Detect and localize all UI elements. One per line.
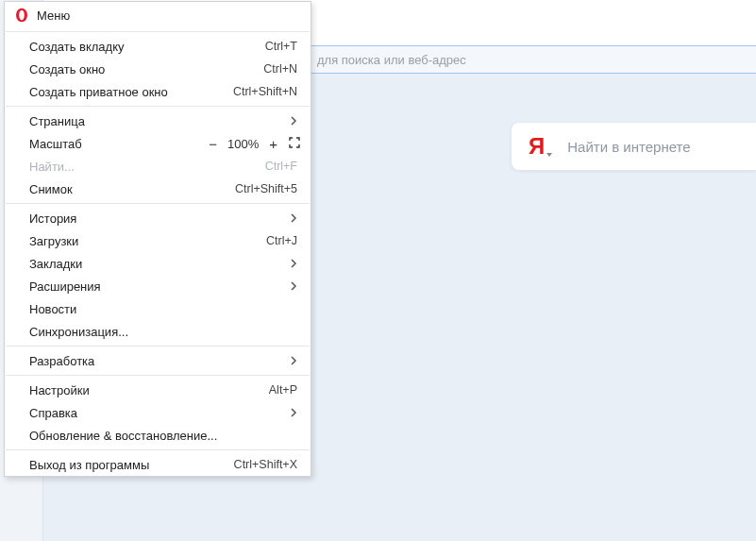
menu-item-bookmarks[interactable]: Закладки xyxy=(5,252,311,275)
menu-separator xyxy=(6,375,310,376)
menu-separator xyxy=(6,106,310,107)
menu-item-new-private[interactable]: Создать приватное окно Ctrl+Shift+N xyxy=(5,80,311,103)
menu-item-settings[interactable]: Настройки Alt+P xyxy=(5,379,311,401)
chevron-right-icon xyxy=(290,114,297,128)
menu-item-shortcut: Ctrl+J xyxy=(266,234,297,247)
menu-item-label: Справка xyxy=(29,406,290,420)
menu-item-new-window[interactable]: Создать окно Ctrl+N xyxy=(5,58,311,80)
fullscreen-icon[interactable] xyxy=(288,136,301,151)
menu-item-label: Выход из программы xyxy=(29,458,234,472)
zoom-out-button[interactable]: − xyxy=(207,137,219,151)
opera-icon xyxy=(14,8,29,23)
menu-item-shortcut: Alt+P xyxy=(269,383,297,397)
menu-separator xyxy=(6,31,310,32)
chevron-down-icon xyxy=(546,153,552,157)
menu-item-label: Снимок xyxy=(29,182,235,196)
search-card: Я xyxy=(512,123,756,170)
menu-header[interactable]: Меню xyxy=(5,2,311,28)
menu-item-extensions[interactable]: Расширения xyxy=(5,275,311,297)
menu-item-label: Синхронизация... xyxy=(29,325,297,339)
menu-item-label: Найти... xyxy=(29,160,265,174)
menu-item-exit[interactable]: Выход из программы Ctrl+Shift+X xyxy=(5,453,311,476)
menu-separator xyxy=(6,346,310,347)
menu-item-label: Страница xyxy=(29,114,290,128)
menu-item-history[interactable]: История xyxy=(5,207,311,229)
menu-item-update[interactable]: Обновление & восстановление... xyxy=(5,424,311,447)
menu-item-new-tab[interactable]: Создать вкладку Ctrl+T xyxy=(5,35,311,58)
chevron-right-icon xyxy=(290,354,297,368)
menu-item-label: Загрузки xyxy=(29,234,266,248)
menu-item-shortcut: Ctrl+T xyxy=(265,40,297,53)
menu-item-downloads[interactable]: Загрузки Ctrl+J xyxy=(5,229,311,252)
menu-item-snapshot[interactable]: Снимок Ctrl+Shift+5 xyxy=(5,178,311,200)
zoom-in-button[interactable]: + xyxy=(267,137,279,151)
chevron-right-icon xyxy=(290,279,297,294)
menu-item-shortcut: Ctrl+N xyxy=(263,62,297,76)
menu-item-label: Создать вкладку xyxy=(29,40,265,54)
search-input[interactable] xyxy=(567,139,747,155)
menu-item-label: Масштаб xyxy=(29,137,207,151)
menu-item-label: История xyxy=(29,211,290,226)
menu-title: Меню xyxy=(37,8,70,23)
menu-item-page[interactable]: Страница xyxy=(5,110,311,132)
menu-item-news[interactable]: Новости xyxy=(5,297,311,320)
svg-point-2 xyxy=(19,10,25,21)
menu-item-zoom: Масштаб − 100% + xyxy=(5,132,311,155)
menu-item-label: Расширения xyxy=(29,279,290,294)
menu-separator xyxy=(6,203,310,204)
yandex-icon[interactable]: Я xyxy=(529,133,554,160)
menu-item-shortcut: Ctrl+Shift+N xyxy=(233,85,297,98)
menu-item-help[interactable]: Справка xyxy=(5,401,311,424)
menu-item-label: Новости xyxy=(29,302,297,316)
menu-item-shortcut: Ctrl+F xyxy=(265,160,297,173)
chevron-right-icon xyxy=(290,406,297,420)
chevron-right-icon xyxy=(290,211,297,226)
menu-item-label: Настройки xyxy=(29,383,269,397)
menu-item-label: Создать окно xyxy=(29,62,263,76)
menu-item-label: Обновление & восстановление... xyxy=(29,429,297,443)
menu-item-label: Разработка xyxy=(29,354,290,368)
zoom-percent: 100% xyxy=(227,137,259,151)
menu-item-find: Найти... Ctrl+F xyxy=(5,155,311,178)
menu-separator xyxy=(6,449,310,450)
menu-item-shortcut: Ctrl+Shift+5 xyxy=(235,182,297,195)
main-menu: Меню Создать вкладку Ctrl+T Создать окно… xyxy=(4,1,311,477)
yandex-letter: Я xyxy=(529,133,545,159)
menu-item-label: Создать приватное окно xyxy=(29,85,233,99)
menu-item-shortcut: Ctrl+Shift+X xyxy=(234,458,297,471)
menu-item-sync[interactable]: Синхронизация... xyxy=(5,320,311,343)
menu-item-label: Закладки xyxy=(29,257,290,271)
menu-item-developer[interactable]: Разработка xyxy=(5,349,311,372)
chevron-right-icon xyxy=(290,257,297,271)
